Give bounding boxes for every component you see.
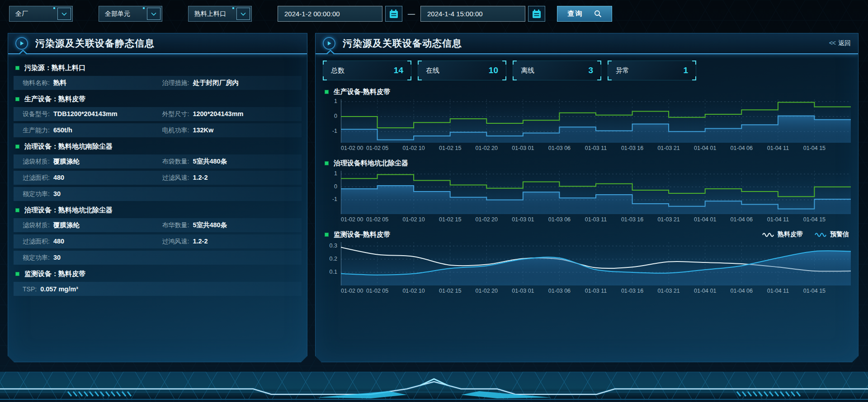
- x-tick-label: 01-03 06: [548, 288, 571, 294]
- x-tick-label: 01-03 01: [512, 145, 534, 151]
- green-square-icon: [15, 97, 19, 101]
- wavy-line-icon: [815, 232, 826, 237]
- plant-select[interactable]: 全厂: [9, 6, 73, 22]
- back-button[interactable]: <<返回: [829, 39, 851, 47]
- info-value: 1.2-2: [193, 238, 208, 245]
- corner-bracket-decoration: [407, 76, 411, 80]
- corner-bracket-decoration: [692, 76, 696, 80]
- x-tick-label: 01-03 11: [585, 145, 607, 151]
- info-label: 设备型号:: [23, 110, 50, 118]
- chart-plot-area: [341, 171, 851, 214]
- y-tick-label: 0.2: [323, 256, 337, 262]
- chart-block-2: 监测设备-熟料皮带熟料皮带预警信0.30.20.101-02 0001-02 0…: [323, 229, 851, 295]
- stat-value: 3: [588, 65, 593, 75]
- section-header-label: 生产设备：熟料皮带: [24, 95, 85, 103]
- date-from-calendar-button[interactable]: [385, 6, 402, 22]
- chart-block-0: 生产设备-熟料皮带10-101-02 0001-02 0501-02 1001-…: [323, 86, 851, 153]
- query-button[interactable]: 查询: [557, 6, 612, 22]
- corner-bracket-decoration: [502, 61, 506, 65]
- unit-select[interactable]: 全部单元: [99, 6, 162, 22]
- info-row: 物料名称:熟料治理措施:处于封闭厂房内: [14, 76, 302, 90]
- info-value: 1200*204143mm: [193, 110, 243, 117]
- date-to-input[interactable]: 2024-1-4 15:00:00: [420, 6, 525, 22]
- search-icon: [594, 10, 602, 18]
- date-from-input[interactable]: 2024-1-2 00:00:00: [278, 6, 382, 22]
- x-tick-label: 01-04 11: [767, 288, 789, 294]
- x-tick-label: 01-02 00: [341, 288, 363, 294]
- y-tick-label: -1: [323, 128, 337, 134]
- chart-plot-area: [341, 99, 851, 143]
- section-header-label: 治理设备：熟料地坑北除尘器: [24, 206, 113, 215]
- date-to-calendar-button[interactable]: [528, 6, 545, 22]
- info-row: 额定功率:30: [14, 251, 302, 265]
- header-arrow-decoration: [18, 50, 28, 54]
- info-label: 过鸿风速:: [162, 238, 189, 246]
- back-arrows: <<: [829, 39, 835, 47]
- info-label: 布华数量:: [162, 221, 189, 229]
- x-tick-label: 01-03 16: [621, 288, 643, 294]
- x-tick-label: 01-02 10: [402, 216, 425, 223]
- static-info-panel-header: 污染源及关联设备静态信息: [8, 33, 307, 54]
- info-row: 滤袋材质:覆膜涤纶布华数量:5室共480条: [14, 218, 302, 232]
- source-select[interactable]: 熟料上料口: [188, 6, 252, 22]
- stat-value: 1: [683, 65, 688, 75]
- x-tick-label: 01-02 10: [402, 145, 425, 151]
- stat-card-2: 离线3: [513, 61, 601, 80]
- x-tick-label: 01-03 11: [585, 288, 607, 294]
- chevron-down-icon: [236, 8, 250, 20]
- x-tick-label: 01-02 15: [439, 216, 461, 223]
- plot-wrap: 0.30.20.101-02 0001-02 0501-02 1001-02 1…: [341, 242, 851, 295]
- x-tick-label: 01-03 06: [548, 145, 571, 151]
- info-label: 过滤面积:: [23, 238, 50, 246]
- info-cell: 额定功率:30: [23, 190, 162, 198]
- chevron-down-icon: [147, 8, 160, 20]
- x-tick-label: 01-02 20: [476, 288, 498, 294]
- x-tick-label: 01-03 16: [621, 145, 643, 151]
- legend-item-0[interactable]: 熟料皮带: [762, 230, 803, 238]
- chart-title: 生产设备-熟料皮带: [334, 88, 390, 96]
- dynamic-info-body: 总数14在线10离线3异常1 生产设备-熟料皮带10-101-02 0001-0…: [316, 54, 858, 295]
- static-info-panel: 污染源及关联设备静态信息 污染源：熟料上料口物料名称:熟料治理措施:处于封闭厂房…: [8, 33, 307, 362]
- plot-wrap: 10-101-02 0001-02 0501-02 1001-02 1501-0…: [341, 171, 851, 224]
- info-label: 滤袋材质:: [23, 221, 50, 229]
- x-tick-label: 01-02 00: [341, 216, 363, 223]
- x-tick-label: 01-02 10: [402, 288, 425, 294]
- corner-bracket-decoration: [513, 61, 517, 65]
- info-label: TSP:: [23, 285, 37, 293]
- x-tick-label: 01-03 21: [657, 145, 679, 151]
- corner-bracket-decoration: [513, 76, 517, 80]
- info-value: 覆膜涤纶: [53, 221, 80, 229]
- x-tick-label: 01-04 15: [803, 288, 826, 294]
- section-header: 治理设备：熟料地坑南除尘器: [15, 140, 302, 153]
- info-cell: 生产能力:650t/h: [23, 126, 162, 135]
- x-tick-label: 01-02 05: [366, 288, 388, 294]
- info-row: 生产能力:650t/h电机功率:132Kw: [14, 123, 302, 137]
- x-tick-label: 01-03 21: [657, 216, 679, 223]
- info-row: 设备型号:TDB1200*204143mm外型尺寸:1200*204143mm: [14, 107, 302, 121]
- main-content: 污染源及关联设备静态信息 污染源：熟料上料口物料名称:熟料治理措施:处于封闭厂房…: [0, 23, 868, 362]
- legend-item-1[interactable]: 预警信: [815, 230, 849, 238]
- info-value: 30: [53, 254, 61, 261]
- info-cell: 设备型号:TDB1200*204143mm: [23, 110, 162, 118]
- info-label: 额定功率:: [23, 190, 50, 198]
- info-cell: 物料名称:熟料: [23, 79, 162, 87]
- info-value: 30: [53, 190, 61, 197]
- info-label: 额定功率:: [23, 254, 50, 262]
- stat-label: 在线: [426, 66, 439, 75]
- x-tick-label: 01-04 01: [694, 145, 716, 151]
- dynamic-info-panel-header: 污染源及关联设备动态信息 <<返回: [316, 33, 858, 54]
- info-row: 过滤面积:480过滤风速:1.2-2: [14, 171, 302, 185]
- info-value: 0.057 mg/m³: [40, 285, 78, 293]
- section-header: 污染源：熟料上料口: [15, 61, 302, 75]
- legend-label: 熟料皮带: [778, 230, 803, 238]
- x-tick-label: 01-04 06: [731, 288, 753, 294]
- info-cell: 电机功率:132Kw: [162, 126, 302, 135]
- chart-header: 治理设备料地坑北除尘器: [325, 157, 851, 169]
- green-square-icon: [15, 272, 19, 276]
- x-tick-label: 01-04 06: [731, 216, 753, 223]
- green-square-icon: [325, 161, 329, 165]
- info-row: 滤袋材质:覆膜涤纶布袋数量:5室共480条: [14, 154, 302, 168]
- x-tick-label: 01-02 00: [341, 145, 363, 151]
- x-tick-label: 01-03 01: [512, 288, 534, 294]
- dynamic-info-panel: 污染源及关联设备动态信息 <<返回 总数14在线10离线3异常1 生产设备-熟料…: [315, 33, 859, 362]
